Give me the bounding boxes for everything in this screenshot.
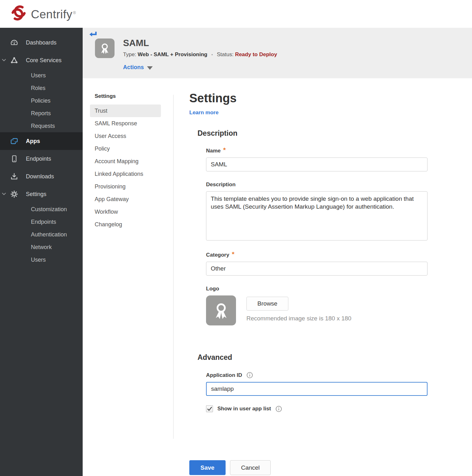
category-field[interactable] xyxy=(206,262,428,276)
application-id-field[interactable] xyxy=(206,382,428,396)
apps-icon xyxy=(10,137,18,145)
sidebar-item-label: Apps xyxy=(26,138,40,145)
subnav-item-provisioning[interactable]: Provisioning xyxy=(83,180,173,193)
subnav-item-linked-applications[interactable]: Linked Applications xyxy=(83,168,173,180)
description-section-title: Description xyxy=(198,129,472,138)
subnav-item-workflow[interactable]: Workflow xyxy=(83,205,173,218)
settings-subnav: Settings Trust SAML Response User Access… xyxy=(83,78,173,476)
info-icon[interactable] xyxy=(246,372,253,378)
sidebar-item-authentication[interactable]: Authentication xyxy=(0,228,83,241)
actions-label: Actions xyxy=(123,64,144,71)
sidebar-item-label: Core Services xyxy=(26,57,62,64)
sidebar-item-settings-users[interactable]: Users xyxy=(0,253,83,266)
award-ribbon-icon xyxy=(211,300,232,321)
separator-dot: • xyxy=(211,52,213,57)
description-label: Description xyxy=(206,181,472,188)
description-field[interactable]: This template enables you to provide sin… xyxy=(206,191,428,241)
logo-size-hint: Recommended image size is 180 x 180 xyxy=(246,315,351,322)
actions-dropdown[interactable]: Actions xyxy=(123,64,153,71)
name-label: Name * xyxy=(206,148,472,154)
sidebar-item-roles[interactable]: Roles xyxy=(0,82,83,94)
page-title: Settings xyxy=(189,92,472,105)
status-label: Status: xyxy=(217,51,233,57)
subnav-title: Settings xyxy=(83,93,173,99)
back-arrow-icon[interactable] xyxy=(89,31,97,39)
core-services-icon xyxy=(10,56,18,64)
application-id-label: Application ID xyxy=(206,372,472,378)
subnav-item-user-access[interactable]: User Access xyxy=(83,130,173,142)
subnav-item-policy[interactable]: Policy xyxy=(83,142,173,155)
app-title: SAML xyxy=(123,38,149,48)
learn-more-link[interactable]: Learn more xyxy=(189,110,219,116)
subnav-item-account-mapping[interactable]: Account Mapping xyxy=(83,155,173,168)
sidebar-item-requests[interactable]: Requests xyxy=(0,120,83,132)
app-header: SAML Type: Web - SAML + Provisioning • S… xyxy=(83,28,472,78)
browse-button[interactable]: Browse xyxy=(246,297,288,311)
registered-mark: ® xyxy=(73,11,76,15)
sidebar-item-label: Settings xyxy=(26,191,46,198)
sidebar-item-apps[interactable]: Apps xyxy=(0,132,83,150)
show-in-user-app-list-checkbox[interactable] xyxy=(206,405,213,412)
required-asterisk: * xyxy=(232,250,234,258)
gear-icon xyxy=(10,190,18,198)
sidebar: Dashboards Core Services Users Roles Pol… xyxy=(0,28,83,476)
sidebar-item-endpoints[interactable]: Endpoints xyxy=(0,150,83,168)
centrify-logo: Centrify® xyxy=(9,3,76,24)
download-icon xyxy=(10,172,18,181)
sidebar-item-core-services[interactable]: Core Services xyxy=(0,51,83,69)
centrify-swirl-icon xyxy=(9,3,28,24)
required-asterisk: * xyxy=(223,146,226,154)
sidebar-item-users[interactable]: Users xyxy=(0,69,83,82)
brand-name: Centrify® xyxy=(31,3,76,24)
cancel-button[interactable]: Cancel xyxy=(230,460,271,475)
save-button[interactable]: Save xyxy=(189,460,226,475)
advanced-section-title: Advanced xyxy=(198,353,472,362)
category-label: Category * xyxy=(206,252,472,258)
chevron-down-icon xyxy=(2,190,6,197)
sidebar-item-customization[interactable]: Customization xyxy=(0,203,83,216)
sidebar-item-settings-endpoints[interactable]: Endpoints xyxy=(0,216,83,228)
logo-preview xyxy=(206,295,236,325)
app-type-status: Type: Web - SAML + Provisioning • Status… xyxy=(123,51,277,58)
dropdown-triangle-icon xyxy=(147,66,153,70)
name-field[interactable] xyxy=(206,158,428,171)
app-logo xyxy=(95,39,115,58)
subnav-item-trust[interactable]: Trust xyxy=(90,104,161,117)
sidebar-item-reports[interactable]: Reports xyxy=(0,107,83,120)
centrify-admin-page: Centrify® Dashboards xyxy=(0,0,472,476)
sidebar-item-label: Endpoints xyxy=(26,156,51,162)
description-section: Description Name * Description xyxy=(189,129,472,325)
award-ribbon-icon xyxy=(98,41,112,55)
type-value: Web - SAML + Provisioning xyxy=(138,51,207,57)
sidebar-item-downloads[interactable]: Downloads xyxy=(0,168,83,185)
subnav-item-changelog[interactable]: Changelog xyxy=(83,218,173,231)
checkmark-icon xyxy=(207,407,212,411)
sidebar-item-label: Dashboards xyxy=(26,39,56,46)
top-brand-bar: Centrify® xyxy=(0,0,472,28)
type-label: Type: xyxy=(123,51,136,57)
sidebar-item-network[interactable]: Network xyxy=(0,241,83,253)
show-in-user-app-list-label: Show in user app list xyxy=(217,406,271,412)
subnav-item-saml-response[interactable]: SAML Response xyxy=(83,117,173,130)
gauge-icon xyxy=(10,39,18,47)
advanced-section: Advanced Application ID xyxy=(189,353,472,475)
sidebar-item-policies[interactable]: Policies xyxy=(0,94,83,107)
mobile-device-icon xyxy=(10,155,18,163)
info-icon[interactable] xyxy=(275,406,282,412)
sidebar-item-settings[interactable]: Settings xyxy=(0,185,83,203)
settings-panel: Settings Learn more Description Name * xyxy=(174,78,472,476)
logo-label: Logo xyxy=(206,286,472,292)
sidebar-item-dashboards[interactable]: Dashboards xyxy=(0,34,83,51)
sidebar-item-label: Downloads xyxy=(26,173,54,180)
subnav-item-app-gateway[interactable]: App Gateway xyxy=(83,193,173,205)
status-badge: Ready to Deploy xyxy=(235,51,277,57)
chevron-down-icon xyxy=(2,57,6,63)
